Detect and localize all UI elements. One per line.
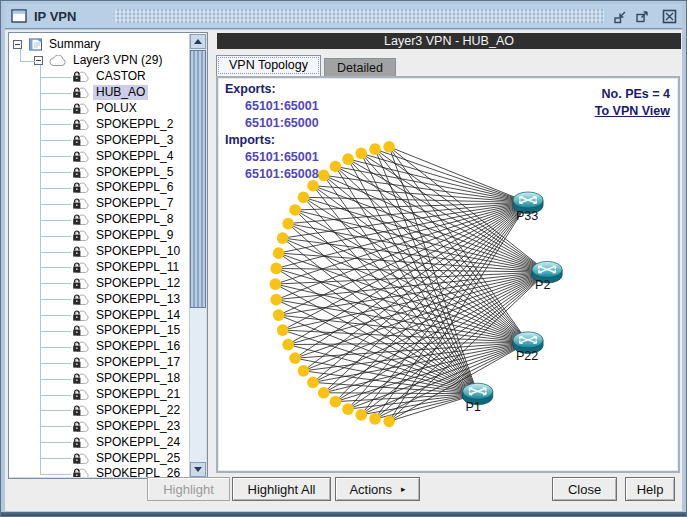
pe-router-label: P2 bbox=[535, 278, 550, 292]
lock-cloud-icon bbox=[71, 150, 90, 163]
lock-cloud-icon bbox=[71, 181, 90, 194]
topology-edge bbox=[348, 159, 528, 342]
tree-node-spokeppl_4[interactable]: SPOKEPPL_4 bbox=[10, 148, 189, 164]
tree-node-spokeppl_21[interactable]: SPOKEPPL_21 bbox=[10, 387, 189, 403]
lock-cloud-icon bbox=[71, 388, 90, 401]
minimize-button[interactable] bbox=[611, 8, 628, 25]
pe-router-label: P22 bbox=[516, 349, 538, 363]
ce-site-node[interactable] bbox=[369, 413, 381, 425]
button-bar: Highlight Highlight All Actions ▸ Close … bbox=[5, 471, 682, 505]
tree-node-spokeppl_10[interactable]: SPOKEPPL_10 bbox=[10, 244, 189, 260]
ce-site-node[interactable] bbox=[383, 416, 395, 428]
topology-edge bbox=[335, 166, 528, 202]
help-button[interactable]: Help bbox=[625, 477, 675, 501]
tree-node-spokeppl_23[interactable]: SPOKEPPL_23 bbox=[10, 418, 189, 434]
tree-node-label: SPOKEPPL_16 bbox=[93, 339, 183, 354]
topology-edge bbox=[361, 153, 528, 202]
tree-node-spokeppl_5[interactable]: SPOKEPPL_5 bbox=[10, 164, 189, 180]
tree-node-spokeppl_12[interactable]: SPOKEPPL_12 bbox=[10, 275, 189, 291]
lock-cloud-icon bbox=[71, 118, 90, 131]
menu-arrow-icon: ▸ bbox=[401, 484, 406, 494]
ce-site-node[interactable] bbox=[282, 339, 294, 351]
tree-node-spokeppl_22[interactable]: SPOKEPPL_22 bbox=[10, 402, 189, 418]
tree-node-spokeppl_14[interactable]: SPOKEPPL_14 bbox=[10, 307, 189, 323]
tree-node-spokeppl_17[interactable]: SPOKEPPL_17 bbox=[10, 355, 189, 371]
ce-site-node[interactable] bbox=[273, 247, 285, 259]
topology-edge bbox=[324, 393, 478, 394]
ce-site-node[interactable] bbox=[355, 409, 367, 421]
ce-site-node[interactable] bbox=[289, 204, 301, 216]
ce-site-node[interactable] bbox=[298, 191, 310, 203]
maximize-icon bbox=[635, 10, 649, 24]
tab-vpn-topology[interactable]: VPN Topology bbox=[216, 55, 321, 76]
tree-node-hub_ao[interactable]: HUB_AO bbox=[10, 85, 189, 101]
ce-site-node[interactable] bbox=[282, 218, 294, 230]
window-title: IP VPN bbox=[34, 9, 76, 24]
tree-node-spokeppl_7[interactable]: SPOKEPPL_7 bbox=[10, 196, 189, 212]
tree-node-spokeppl_9[interactable]: SPOKEPPL_9 bbox=[10, 228, 189, 244]
tree-node-castor[interactable]: CASTOR bbox=[10, 69, 189, 85]
tree-node-spokeppl_3[interactable]: SPOKEPPL_3 bbox=[10, 132, 189, 148]
scrollbar-thumb[interactable] bbox=[190, 50, 206, 308]
tree-node-spokeppl_11[interactable]: SPOKEPPL_11 bbox=[10, 259, 189, 275]
maximize-button[interactable] bbox=[633, 8, 650, 25]
ce-site-node[interactable] bbox=[369, 143, 381, 155]
ce-site-node[interactable] bbox=[383, 141, 395, 153]
ce-site-node[interactable] bbox=[270, 278, 282, 290]
tree-node-label: SPOKEPPL_4 bbox=[93, 149, 176, 164]
tree-node-label: SPOKEPPL_2 bbox=[93, 117, 176, 132]
tab-detailed[interactable]: Detailed bbox=[324, 58, 396, 76]
close-button[interactable] bbox=[661, 8, 678, 25]
tree-node-spokeppl_6[interactable]: SPOKEPPL_6 bbox=[10, 180, 189, 196]
close-dialog-button[interactable]: Close bbox=[552, 477, 617, 501]
tree-node-spokeppl_16[interactable]: SPOKEPPL_16 bbox=[10, 339, 189, 355]
tree-node-spokeppl_18[interactable]: SPOKEPPL_18 bbox=[10, 371, 189, 387]
tree-node-layer3-vpn[interactable]: Layer3 VPN (29) bbox=[10, 53, 189, 69]
tree-node-label: SPOKEPPL_6 bbox=[93, 180, 176, 195]
tree-node-polux[interactable]: POLUX bbox=[10, 101, 189, 117]
tree-node-spokeppl_25[interactable]: SPOKEPPL_25 bbox=[10, 450, 189, 466]
to-vpn-view-link[interactable]: To VPN View bbox=[595, 103, 670, 120]
ce-site-node[interactable] bbox=[277, 232, 289, 244]
ce-site-node[interactable] bbox=[318, 387, 330, 399]
collapse-toggle-icon[interactable] bbox=[13, 40, 22, 49]
tree-node-label: SPOKEPPL_25 bbox=[93, 451, 183, 466]
ce-site-node[interactable] bbox=[355, 147, 367, 159]
collapse-toggle-icon[interactable] bbox=[34, 56, 43, 65]
window-titlebar[interactable]: IP VPN bbox=[5, 4, 682, 29]
ce-site-node[interactable] bbox=[270, 294, 282, 306]
tree-node-spokeppl_24[interactable]: SPOKEPPL_24 bbox=[10, 434, 189, 450]
ce-site-node[interactable] bbox=[270, 263, 282, 275]
ce-site-node[interactable] bbox=[330, 161, 342, 173]
tree-node-label: SPOKEPPL_13 bbox=[93, 292, 183, 307]
ce-site-node[interactable] bbox=[298, 365, 310, 377]
actions-menu-button[interactable]: Actions ▸ bbox=[335, 477, 420, 501]
tree-node-label: SPOKEPPL_9 bbox=[93, 228, 176, 243]
ce-site-node[interactable] bbox=[330, 396, 342, 408]
tree-node-label: SPOKEPPL_3 bbox=[93, 133, 176, 148]
highlight-all-button[interactable]: Highlight All bbox=[232, 477, 331, 501]
tree-node-summary[interactable]: Summary bbox=[10, 37, 189, 53]
ce-site-node[interactable] bbox=[289, 352, 301, 364]
lock-cloud-icon bbox=[71, 324, 90, 337]
tree-node-spokeppl_2[interactable]: SPOKEPPL_2 bbox=[10, 116, 189, 132]
tree-node-spokeppl_8[interactable]: SPOKEPPL_8 bbox=[10, 212, 189, 228]
tree-scrollbar[interactable] bbox=[189, 34, 206, 477]
ip-vpn-window: IP VPN bbox=[0, 0, 687, 517]
ce-site-node[interactable] bbox=[318, 170, 330, 182]
ce-site-node[interactable] bbox=[307, 377, 319, 389]
scrollbar-up-button[interactable] bbox=[190, 34, 206, 49]
import-rt-2: 65101:65008 bbox=[225, 166, 319, 183]
tree-node-spokeppl_13[interactable]: SPOKEPPL_13 bbox=[10, 291, 189, 307]
tree-node-label: SPOKEPPL_24 bbox=[93, 435, 183, 450]
tree-node-spokeppl_15[interactable]: SPOKEPPL_15 bbox=[10, 323, 189, 339]
ce-site-node[interactable] bbox=[342, 153, 354, 165]
highlight-button[interactable]: Highlight bbox=[147, 477, 230, 501]
tree-node-label: CASTOR bbox=[93, 69, 149, 84]
ce-site-node[interactable] bbox=[277, 324, 289, 336]
lock-cloud-icon bbox=[71, 166, 90, 179]
tree-node-label: SPOKEPPL_17 bbox=[93, 355, 183, 370]
vpn-tree-panel: SummaryLayer3 VPN (29)CASTORHUB_AOPOLUXS… bbox=[8, 32, 208, 479]
ce-site-node[interactable] bbox=[273, 309, 285, 321]
ce-site-node[interactable] bbox=[342, 403, 354, 415]
